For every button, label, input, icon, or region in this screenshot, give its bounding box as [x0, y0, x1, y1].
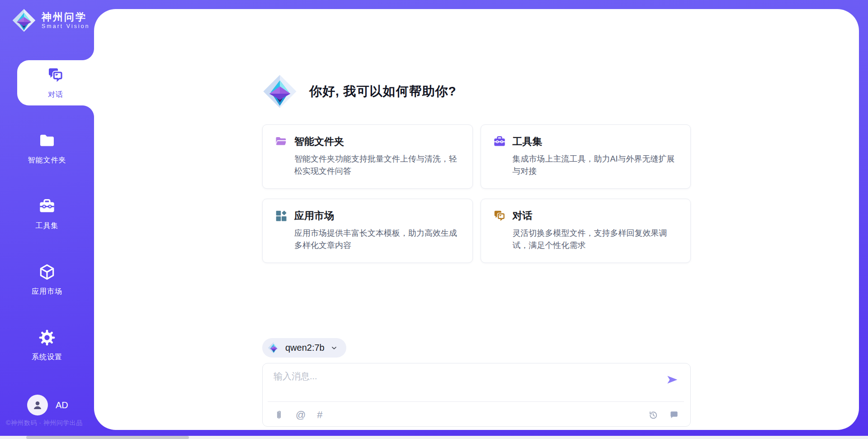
sidebar: 神州问学 Smart Vision 对话 智能文件夹: [0, 0, 94, 439]
toolbox-icon: [38, 197, 56, 217]
toolbox-icon: [493, 135, 506, 148]
cube-icon: [38, 263, 56, 283]
folder-icon: [38, 132, 56, 152]
composer-divider: [268, 401, 684, 402]
feature-cards: 智能文件夹 智能文件夹功能支持批量文件上传与清洗，轻松实现文件问答 工具集 集成…: [262, 124, 691, 263]
model-logo-icon: [268, 342, 280, 354]
main-panel: 你好, 我可以如何帮助你? 智能文件夹 智能文件夹功能支持批量文件上传与清洗，轻…: [94, 9, 859, 430]
chat-icon: [47, 66, 65, 86]
hashtag-icon: #: [317, 410, 322, 420]
sidebar-item-settings[interactable]: 系统设置: [0, 323, 94, 368]
sidebar-item-label: 系统设置: [32, 353, 62, 362]
card-description: 应用市场提供丰富长文本模板，助力高效生成多样化文章内容: [294, 227, 463, 252]
user-name: AD: [56, 400, 68, 410]
card-chat[interactable]: 对话 灵活切换多模型文件，支持多样回复效果调试，满足个性化需求: [481, 199, 691, 263]
sidebar-nav: 对话 智能文件夹 工具集: [0, 60, 94, 388]
sidebar-item-toolset[interactable]: 工具集: [0, 191, 94, 237]
scrollbar-thumb[interactable]: [26, 436, 189, 439]
sidebar-item-label: 工具集: [36, 221, 59, 231]
greeting-title: 你好, 我可以如何帮助你?: [309, 83, 457, 100]
mention-icon: @: [296, 410, 306, 420]
message-composer: @ #: [262, 363, 691, 427]
sidebar-item-label: 应用市场: [32, 287, 62, 296]
sidebar-item-smart-folder[interactable]: 智能文件夹: [0, 126, 94, 171]
greeting-logo-icon: [262, 74, 297, 109]
grid-icon: [274, 209, 288, 223]
gear-icon: [38, 329, 56, 348]
card-title: 对话: [513, 209, 533, 223]
sidebar-item-chat[interactable]: 对话: [17, 60, 94, 105]
brand-name: 神州问学: [42, 11, 90, 23]
card-toolset[interactable]: 工具集 集成市场上主流工具，助力AI与外界无缝扩展与对接: [481, 124, 691, 189]
attach-file-button[interactable]: [274, 410, 284, 420]
folder-open-icon: [274, 135, 288, 148]
sidebar-item-label: 对话: [48, 90, 63, 100]
model-name: qwen2:7b: [285, 343, 325, 353]
mention-button[interactable]: @: [296, 410, 306, 420]
chat-bubble-icon: [669, 410, 679, 420]
send-button[interactable]: [665, 373, 679, 387]
chevron-down-icon: [330, 344, 338, 352]
horizontal-scrollbar[interactable]: [0, 436, 868, 439]
card-description: 智能文件夹功能支持批量文件上传与清洗，轻松实现文件问答: [294, 153, 463, 177]
card-smart-folder[interactable]: 智能文件夹 智能文件夹功能支持批量文件上传与清洗，轻松实现文件问答: [262, 124, 473, 189]
card-title: 智能文件夹: [294, 135, 344, 148]
card-app-market[interactable]: 应用市场 应用市场提供丰富长文本模板，助力高效生成多样化文章内容: [262, 199, 473, 263]
person-icon: [31, 398, 44, 412]
model-selector[interactable]: qwen2:7b: [262, 338, 346, 358]
card-description: 灵活切换多模型文件，支持多样回复效果调试，满足个性化需求: [513, 227, 682, 252]
user-account[interactable]: AD: [27, 395, 68, 415]
card-title: 工具集: [513, 135, 542, 148]
sidebar-item-label: 智能文件夹: [28, 156, 66, 165]
attachment-icon: [274, 410, 284, 420]
message-input[interactable]: [274, 370, 653, 396]
card-title: 应用市场: [294, 209, 334, 223]
history-button[interactable]: [648, 410, 659, 420]
chat-icon: [493, 209, 506, 223]
chat-bubble-button[interactable]: [669, 410, 679, 420]
card-description: 集成市场上主流工具，助力AI与外界无缝扩展与对接: [513, 153, 682, 177]
sidebar-item-app-market[interactable]: 应用市场: [0, 257, 94, 302]
avatar: [27, 395, 48, 415]
brand: 神州问学 Smart Vision: [0, 0, 94, 33]
copyright-text: ©神州数码 · 神州问学出品: [6, 419, 83, 427]
hashtag-button[interactable]: #: [317, 410, 322, 420]
history-icon: [648, 410, 659, 420]
composer-toolbar: @ #: [274, 410, 679, 420]
greeting: 你好, 我可以如何帮助你?: [262, 74, 691, 109]
send-icon: [665, 373, 679, 387]
brand-logo-icon: [12, 8, 36, 33]
brand-subtitle: Smart Vision: [42, 23, 90, 29]
